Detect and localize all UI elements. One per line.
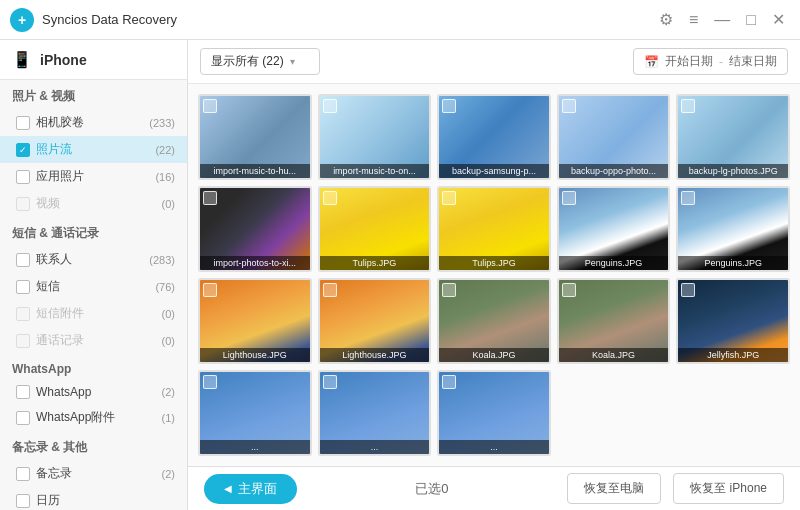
photo-item-p9[interactable]: Penguins.JPG bbox=[557, 186, 671, 272]
photo-item-p12[interactable]: Lighthouse.JPG bbox=[318, 278, 432, 364]
photo-check-p13[interactable] bbox=[442, 283, 456, 297]
home-button[interactable]: ◀ 主界面 bbox=[204, 474, 297, 504]
filter-label: 显示所有 (22) bbox=[211, 53, 284, 70]
photo-check-p12[interactable] bbox=[323, 283, 337, 297]
photo-check-p11[interactable] bbox=[203, 283, 217, 297]
sidebar-item-notes[interactable]: 备忘录 (2) bbox=[0, 460, 187, 487]
photo-check-p8[interactable] bbox=[442, 191, 456, 205]
sidebar-item-photo-stream[interactable]: 照片流 (22) bbox=[0, 136, 187, 163]
main-layout: 📱 iPhone 照片 & 视频 相机胶卷 (233) 照片流 (22) 应用照… bbox=[0, 40, 800, 510]
photo-check-p14[interactable] bbox=[562, 283, 576, 297]
whatsapp-attachments-label: WhatsApp附件 bbox=[36, 409, 158, 426]
photo-label-p18: ... bbox=[439, 440, 549, 454]
sidebar-item-contacts[interactable]: 联系人 (283) bbox=[0, 246, 187, 273]
check-calendar[interactable] bbox=[16, 494, 30, 508]
minimize-icon[interactable]: — bbox=[709, 9, 735, 31]
sidebar-item-sms-attachments: 短信附件 (0) bbox=[0, 300, 187, 327]
phone-icon: 📱 bbox=[12, 50, 32, 69]
photo-check-p7[interactable] bbox=[323, 191, 337, 205]
photo-check-p17[interactable] bbox=[323, 375, 337, 389]
photo-item-p10[interactable]: Penguins.JPG bbox=[676, 186, 790, 272]
photo-item-p4[interactable]: backup-oppo-photo... bbox=[557, 94, 671, 180]
app-logo: + bbox=[10, 8, 34, 32]
menu-icon[interactable]: ≡ bbox=[684, 9, 703, 31]
window-controls: ⚙ ≡ — □ ✕ bbox=[654, 8, 790, 31]
videos-label: 视频 bbox=[36, 195, 158, 212]
photo-check-p9[interactable] bbox=[562, 191, 576, 205]
restore-iphone-button[interactable]: 恢复至 iPhone bbox=[673, 473, 784, 504]
photo-label-p14: Koala.JPG bbox=[559, 348, 669, 362]
photo-grid: import-music-to-hu...import-music-to-on.… bbox=[188, 84, 800, 466]
photo-label-p5: backup-lg-photos.JPG bbox=[678, 164, 788, 178]
sidebar-item-calendar[interactable]: 日历 bbox=[0, 487, 187, 510]
photo-check-p18[interactable] bbox=[442, 375, 456, 389]
close-icon[interactable]: ✕ bbox=[767, 8, 790, 31]
photo-check-p2[interactable] bbox=[323, 99, 337, 113]
start-date-label: 开始日期 bbox=[665, 53, 713, 70]
sidebar-item-whatsapp-attachments[interactable]: WhatsApp附件 (1) bbox=[0, 404, 187, 431]
photo-item-p5[interactable]: backup-lg-photos.JPG bbox=[676, 94, 790, 180]
check-whatsapp[interactable] bbox=[16, 385, 30, 399]
check-contacts[interactable] bbox=[16, 253, 30, 267]
restore-buttons: 恢复至电脑 恢复至 iPhone bbox=[567, 473, 784, 504]
photo-check-p6[interactable] bbox=[203, 191, 217, 205]
section-whatsapp: WhatsApp bbox=[0, 354, 187, 380]
photo-check-p1[interactable] bbox=[203, 99, 217, 113]
photo-label-p2: import-music-to-on... bbox=[320, 164, 430, 178]
photo-item-p8[interactable]: Tulips.JPG bbox=[437, 186, 551, 272]
sidebar-item-camera-roll[interactable]: 相机胶卷 (233) bbox=[0, 109, 187, 136]
sms-attachments-count: (0) bbox=[162, 308, 175, 320]
photo-check-p10[interactable] bbox=[681, 191, 695, 205]
home-arrow-icon: ◀ bbox=[224, 483, 232, 494]
photo-check-p4[interactable] bbox=[562, 99, 576, 113]
photo-item-p15[interactable]: Jellyfish.JPG bbox=[676, 278, 790, 364]
photo-item-p11[interactable]: Lighthouse.JPG bbox=[198, 278, 312, 364]
photo-item-p17[interactable]: ... bbox=[318, 370, 432, 456]
end-date-label: 结束日期 bbox=[729, 53, 777, 70]
check-notes[interactable] bbox=[16, 467, 30, 481]
check-sms[interactable] bbox=[16, 280, 30, 294]
check-call-logs bbox=[16, 334, 30, 348]
photo-check-p15[interactable] bbox=[681, 283, 695, 297]
section-photos-videos: 照片 & 视频 bbox=[0, 80, 187, 109]
maximize-icon[interactable]: □ bbox=[741, 9, 761, 31]
section-messages: 短信 & 通话记录 bbox=[0, 217, 187, 246]
photo-label-p4: backup-oppo-photo... bbox=[559, 164, 669, 178]
photo-item-p2[interactable]: import-music-to-on... bbox=[318, 94, 432, 180]
check-camera-roll[interactable] bbox=[16, 116, 30, 130]
photo-item-p1[interactable]: import-music-to-hu... bbox=[198, 94, 312, 180]
app-title: Syncios Data Recovery bbox=[42, 12, 654, 27]
settings-icon[interactable]: ⚙ bbox=[654, 8, 678, 31]
check-whatsapp-attachments[interactable] bbox=[16, 411, 30, 425]
call-logs-count: (0) bbox=[162, 335, 175, 347]
photo-item-p7[interactable]: Tulips.JPG bbox=[318, 186, 432, 272]
check-photo-stream[interactable] bbox=[16, 143, 30, 157]
sms-label: 短信 bbox=[36, 278, 151, 295]
sidebar-item-sms[interactable]: 短信 (76) bbox=[0, 273, 187, 300]
date-range-picker[interactable]: 📅 开始日期 - 结束日期 bbox=[633, 48, 788, 75]
photo-label-p10: Penguins.JPG bbox=[678, 256, 788, 270]
whatsapp-count: (2) bbox=[162, 386, 175, 398]
section-notes-other: 备忘录 & 其他 bbox=[0, 431, 187, 460]
photo-check-p16[interactable] bbox=[203, 375, 217, 389]
photo-item-p18[interactable]: ... bbox=[437, 370, 551, 456]
sidebar-item-whatsapp[interactable]: WhatsApp (2) bbox=[0, 380, 187, 404]
photo-item-p14[interactable]: Koala.JPG bbox=[557, 278, 671, 364]
check-app-photos[interactable] bbox=[16, 170, 30, 184]
photo-label-p7: Tulips.JPG bbox=[320, 256, 430, 270]
photo-label-p12: Lighthouse.JPG bbox=[320, 348, 430, 362]
restore-pc-button[interactable]: 恢复至电脑 bbox=[567, 473, 661, 504]
call-logs-label: 通话记录 bbox=[36, 332, 158, 349]
photo-item-p3[interactable]: backup-samsung-p... bbox=[437, 94, 551, 180]
photo-check-p3[interactable] bbox=[442, 99, 456, 113]
sidebar-item-app-photos[interactable]: 应用照片 (16) bbox=[0, 163, 187, 190]
photo-item-p16[interactable]: ... bbox=[198, 370, 312, 456]
filter-dropdown[interactable]: 显示所有 (22) ▾ bbox=[200, 48, 320, 75]
content-toolbar: 显示所有 (22) ▾ 📅 开始日期 - 结束日期 bbox=[188, 40, 800, 84]
photo-label-p17: ... bbox=[320, 440, 430, 454]
photo-item-p6[interactable]: import-photos-to-xi... bbox=[198, 186, 312, 272]
sms-count: (76) bbox=[155, 281, 175, 293]
photo-item-p13[interactable]: Koala.JPG bbox=[437, 278, 551, 364]
videos-count: (0) bbox=[162, 198, 175, 210]
photo-check-p5[interactable] bbox=[681, 99, 695, 113]
